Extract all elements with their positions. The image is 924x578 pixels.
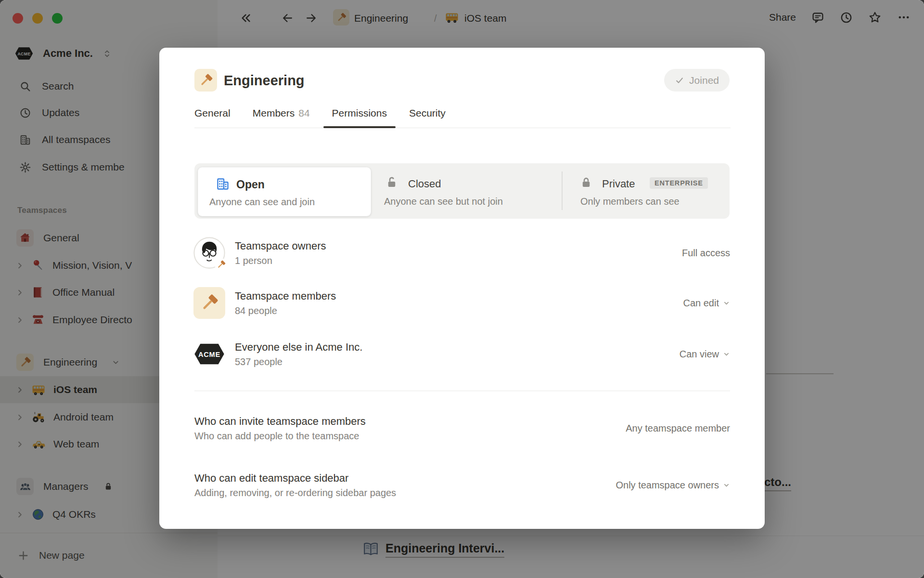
setting-subtitle: Adding, removing, or re-ordering sidebar… <box>194 487 396 499</box>
tab-security[interactable]: Security <box>409 105 446 128</box>
chevron-down-icon <box>723 351 730 358</box>
setting-row-invite: Who can invite teamspace members Who can… <box>194 410 730 447</box>
private-option-title: Private <box>602 178 635 190</box>
visibility-option-open[interactable]: Open Anyone can see and join <box>198 167 371 216</box>
chevron-down-icon <box>723 482 730 489</box>
tab-general[interactable]: General <box>194 105 231 128</box>
joined-button[interactable]: Joined <box>664 69 730 92</box>
setting-row-edit-sidebar: Who can edit teamspace sidebar Adding, r… <box>194 466 730 504</box>
setting-title: Who can invite teamspace members <box>194 415 366 428</box>
everyone-access-dropdown[interactable]: Can view <box>680 349 730 360</box>
visibility-segmented-control: Open Anyone can see and join Closed Anyo… <box>194 163 730 219</box>
owners-access-value: Full access <box>682 248 730 259</box>
hammer-icon <box>216 260 226 270</box>
acme-logo-icon <box>194 343 225 365</box>
edit-sidebar-setting-dropdown[interactable]: Only teamspace owners <box>616 480 730 491</box>
modal-divider <box>194 391 730 391</box>
access-row-members: Teamspace members 84 people Can edit <box>193 287 730 319</box>
closed-option-subtitle: Anyone can see but not join <box>384 196 503 207</box>
modal-title: Engineering <box>224 73 305 89</box>
access-row-owners: Teamspace owners 1 person Full access <box>193 236 730 269</box>
setting-title: Who can edit teamspace sidebar <box>194 472 396 485</box>
segmented-divider <box>562 171 563 210</box>
tab-members[interactable]: Members84 <box>253 105 310 128</box>
app-window: Acme Inc. Search Updates All teamspaces … <box>0 0 924 578</box>
enterprise-badge: ENTERPRISE <box>650 177 708 189</box>
row-subtitle: 537 people <box>235 356 362 368</box>
invite-setting-value: Any teamspace member <box>626 423 730 434</box>
row-subtitle: 84 people <box>235 305 336 316</box>
buildings-icon <box>216 177 230 191</box>
hammer-icon <box>198 73 214 88</box>
row-subtitle: 1 person <box>235 255 326 266</box>
row-title: Everyone else in Acme Inc. <box>235 341 362 354</box>
chevron-down-icon <box>723 300 730 307</box>
closed-option-title: Closed <box>408 178 441 190</box>
setting-subtitle: Who can add people to the teamspace <box>194 431 366 442</box>
access-row-everyone: Everyone else in Acme Inc. 537 people Ca… <box>193 338 730 370</box>
unlock-icon <box>385 176 398 189</box>
hammer-icon <box>199 293 219 313</box>
tab-permissions[interactable]: Permissions <box>332 105 387 128</box>
owner-avatar <box>193 237 225 269</box>
members-access-dropdown[interactable]: Can edit <box>683 298 731 309</box>
modal-teamspace-icon-square <box>194 69 217 92</box>
row-title: Teamspace members <box>235 290 336 302</box>
acme-logo-wrap <box>193 343 225 365</box>
teamspace-settings-modal: Engineering Joined General Members84 Per… <box>159 48 765 529</box>
open-option-title: Open <box>236 178 265 191</box>
row-title: Teamspace owners <box>235 240 326 252</box>
avatar-hammer-badge <box>215 258 227 271</box>
open-option-subtitle: Anyone can see and join <box>209 197 315 208</box>
check-icon <box>675 76 684 85</box>
private-option-subtitle: Only members can see <box>580 196 680 207</box>
lock-icon <box>579 176 593 189</box>
modal-tabs: General Members84 Permissions Security <box>194 105 731 128</box>
members-icon-square <box>193 287 225 319</box>
